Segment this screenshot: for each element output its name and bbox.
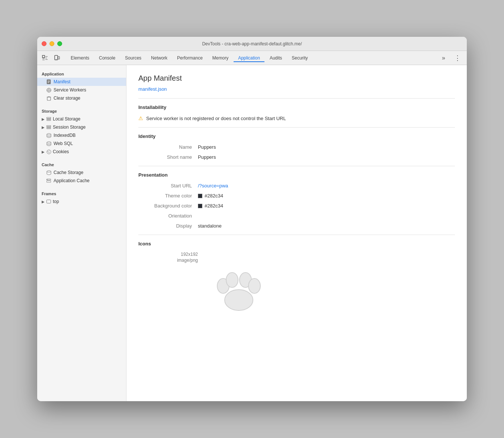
- maximize-button[interactable]: [57, 41, 62, 46]
- manifest-icon: [46, 79, 51, 84]
- tab-network[interactable]: Network: [147, 54, 172, 62]
- sidebar-item-top[interactable]: ▶ top: [37, 197, 126, 206]
- icon-meta: 192x192 image/png: [138, 252, 198, 263]
- svg-point-28: [48, 152, 48, 152]
- sidebar-web-sql-label: Web SQL: [54, 141, 73, 146]
- divider-2: [138, 127, 455, 128]
- sidebar-item-session-storage[interactable]: ▶ Session Storage: [37, 123, 126, 131]
- toolbar-icons: [40, 53, 62, 63]
- expand-arrow-icon: ▶: [42, 117, 45, 121]
- devtools-window: DevTools - cra-web-app-manifest-defaut.g…: [37, 37, 467, 401]
- svg-point-3: [56, 59, 57, 59]
- sidebar: Application Manifest: [37, 65, 126, 401]
- tab-sources[interactable]: Sources: [121, 54, 146, 62]
- svg-rect-6: [48, 82, 50, 82]
- svg-rect-18: [47, 120, 51, 121]
- cookies-icon: [46, 149, 51, 154]
- tab-memory[interactable]: Memory: [208, 54, 233, 62]
- sidebar-item-cache-storage[interactable]: Cache Storage: [37, 168, 126, 177]
- expand-arrow-top-icon: ▶: [42, 200, 45, 204]
- sidebar-cookies-label: Cookies: [53, 149, 69, 154]
- sidebar-item-manifest[interactable]: Manifest: [37, 78, 126, 86]
- sidebar-storage-heading: Storage: [37, 106, 126, 115]
- display-row: Display standalone: [138, 223, 455, 229]
- svg-rect-17: [47, 119, 51, 120]
- sidebar-item-indexeddb[interactable]: IndexedDB: [37, 131, 126, 139]
- traffic-lights: [42, 41, 62, 46]
- short-name-value: Puppers: [198, 154, 216, 160]
- nav-tabs: Elements Console Sources Network Perform…: [66, 54, 439, 62]
- bg-color-text: #282c34: [205, 203, 223, 209]
- session-storage-icon: [46, 125, 51, 130]
- sidebar-item-cookies[interactable]: ▶ Cookies: [37, 148, 126, 156]
- sidebar-item-service-workers[interactable]: Service Workers: [37, 86, 126, 94]
- start-url-link[interactable]: /?source=pwa: [198, 183, 228, 189]
- display-label: Display: [138, 223, 198, 229]
- icon-size: 192x192: [138, 252, 198, 257]
- svg-rect-33: [47, 200, 51, 203]
- tab-elements[interactable]: Elements: [66, 54, 94, 62]
- close-button[interactable]: [42, 41, 46, 46]
- sidebar-item-local-storage[interactable]: ▶ Local Storage: [37, 115, 126, 123]
- svg-rect-0: [42, 55, 45, 58]
- more-tabs-button[interactable]: »: [439, 53, 448, 63]
- application-cache-icon: [46, 178, 51, 183]
- icon-type: image/png: [138, 258, 198, 263]
- clear-storage-icon: [46, 96, 51, 101]
- start-url-row: Start URL /?source=pwa: [138, 183, 455, 189]
- sidebar-application-cache-label: Application Cache: [54, 178, 90, 183]
- bg-color-box[interactable]: [198, 204, 202, 208]
- theme-color-label: Theme color: [138, 193, 198, 199]
- svg-point-29: [47, 171, 51, 172]
- sidebar-item-web-sql[interactable]: Web SQL: [37, 139, 126, 148]
- warning-text: Service worker is not registered or does…: [146, 116, 286, 121]
- installability-heading: Installability: [138, 104, 455, 110]
- divider-3: [138, 166, 455, 166]
- tab-console[interactable]: Console: [94, 54, 120, 62]
- expand-arrow-cookies-icon: ▶: [42, 150, 45, 154]
- bg-color-row: Background color #282c34: [138, 203, 455, 209]
- orientation-row: Orientation: [138, 213, 455, 219]
- svg-rect-16: [47, 117, 51, 119]
- svg-point-27: [49, 152, 49, 153]
- sidebar-top-label: top: [53, 199, 59, 204]
- bg-color-value: #282c34: [198, 203, 223, 209]
- web-sql-icon: [46, 141, 51, 146]
- minimize-button[interactable]: [49, 41, 54, 46]
- theme-color-box[interactable]: [198, 194, 202, 198]
- short-name-row: Short name Puppers: [138, 154, 455, 160]
- service-workers-icon: [46, 87, 51, 93]
- divider-4: [138, 235, 455, 235]
- tab-performance[interactable]: Performance: [173, 54, 207, 62]
- name-row: Name Puppers: [138, 144, 455, 150]
- sidebar-service-workers-label: Service Workers: [54, 87, 86, 93]
- name-label: Name: [138, 144, 198, 150]
- device-icon[interactable]: [52, 53, 62, 63]
- tab-audits[interactable]: Audits: [265, 54, 286, 62]
- presentation-heading: Presentation: [138, 172, 455, 178]
- manifest-link[interactable]: manifest.json: [138, 86, 167, 92]
- sidebar-cache-storage-label: Cache Storage: [54, 170, 83, 175]
- sidebar-item-clear-storage[interactable]: Clear storage: [37, 94, 126, 102]
- icons-heading: Icons: [138, 241, 455, 247]
- content-area: App Manifest manifest.json Installabilit…: [126, 65, 467, 401]
- icons-row: 192x192 image/png: [138, 252, 455, 319]
- window-title: DevTools - cra-web-app-manifest-defaut.g…: [202, 41, 302, 46]
- svg-point-38: [248, 278, 260, 293]
- inspect-icon[interactable]: [40, 53, 50, 63]
- sidebar-clear-storage-label: Clear storage: [54, 96, 80, 101]
- display-value: standalone: [198, 223, 222, 229]
- tab-application[interactable]: Application: [234, 54, 264, 62]
- frame-icon: [46, 199, 51, 204]
- svg-rect-19: [47, 126, 51, 127]
- menu-button[interactable]: ⋮: [451, 52, 464, 64]
- tab-security[interactable]: Security: [287, 54, 312, 62]
- indexeddb-icon: [46, 133, 51, 138]
- identity-heading: Identity: [138, 133, 455, 139]
- warning-row: ⚠ Service worker is not registered or do…: [138, 115, 455, 121]
- svg-rect-5: [48, 81, 50, 81]
- titlebar: DevTools - cra-web-app-manifest-defaut.g…: [37, 37, 467, 51]
- theme-color-text: #282c34: [205, 193, 223, 199]
- expand-arrow-session-icon: ▶: [42, 125, 45, 129]
- sidebar-item-application-cache[interactable]: Application Cache: [37, 177, 126, 185]
